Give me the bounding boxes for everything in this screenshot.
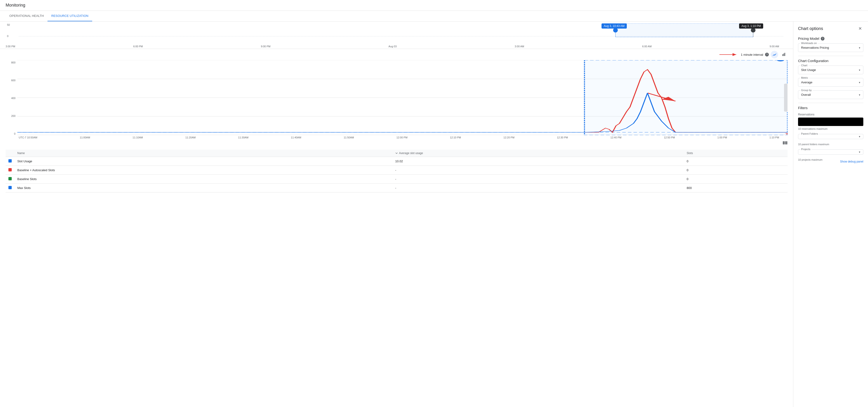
projects-hint: 10 projects maximum <box>798 158 823 161</box>
svg-text:★: ★ <box>784 132 787 135</box>
projects-fieldset: Projects <box>798 149 863 154</box>
row-color-2 <box>6 175 14 183</box>
pricing-model-section-title: Pricing Model ? <box>798 36 863 40</box>
chart-fieldset: Chart Slot Usage <box>798 65 863 74</box>
main-y-axis: 800 600 400 200 0 <box>6 60 17 135</box>
interval-label: 1 minute interval <box>741 53 763 56</box>
sidebar-title: Chart options <box>798 26 823 31</box>
overview-time-axis: 3:00 PM 6:00 PM 9:00 PM Aug 03 3:00 AM 6… <box>0 44 793 49</box>
groupby-fieldset: Group by Overall <box>798 90 863 99</box>
svg-rect-22 <box>784 84 787 112</box>
debug-panel-link[interactable]: Show debug panel <box>840 160 863 163</box>
scroll-icon-bar <box>0 140 793 146</box>
parent-folders-fieldset: Parent Folders <box>798 134 863 139</box>
svg-rect-8 <box>782 54 783 56</box>
row-color-0 <box>6 157 14 166</box>
red-arrow-annotation <box>719 52 738 57</box>
chart-select[interactable]: Slot Usage <box>798 66 863 74</box>
table-row: Baseline + Autoscaled Slots - 0 <box>6 166 787 175</box>
workloads-select[interactable]: Reservations Pricing <box>798 43 863 52</box>
row-color-3 <box>6 183 14 193</box>
parent-folders-select[interactable] <box>798 134 863 139</box>
row-name-3: Max Slots <box>14 183 392 193</box>
metric-select[interactable]: Average <box>798 78 863 86</box>
metric-fieldset: Metric Average <box>798 78 863 87</box>
svg-rect-17 <box>584 60 787 135</box>
scroll-columns-icon <box>782 141 787 145</box>
bar-chart-btn[interactable] <box>780 51 787 58</box>
groupby-select[interactable]: Overall <box>798 91 863 99</box>
row-avg-0: 10.02 <box>392 157 684 166</box>
parent-folders-hint: 10 parent folders maximum <box>798 143 863 146</box>
interval-bar: 1 minute interval ? <box>0 49 793 60</box>
row-name-1: Baseline + Autoscaled Slots <box>14 166 392 175</box>
main-layout: 50 0 Aug 3, 10 <box>0 22 868 407</box>
projects-select[interactable] <box>798 150 863 154</box>
row-avg-3: - <box>392 183 684 193</box>
chart-config-title: Chart Configuration <box>798 59 863 63</box>
main-chart-time-axis: UTC-7 10:50AM 11:00AM 11:10AM 11:20AM 11… <box>19 135 779 140</box>
app-title: Monitoring <box>6 3 25 7</box>
projects-footer: 10 projects maximum Show debug panel <box>798 158 863 165</box>
reservations-hint: 10 reservations maximum <box>798 127 863 130</box>
main-chart-svg: ★ <box>17 60 787 135</box>
overview-y-axis: 50 0 <box>7 23 10 37</box>
svg-rect-23 <box>783 141 784 144</box>
row-slots-3: 800 <box>684 183 787 193</box>
reservations-filter-bar[interactable] <box>798 118 863 126</box>
row-slots-1: 0 <box>684 166 787 175</box>
sort-icon <box>395 152 398 154</box>
workloads-fieldset: Workloads on Reservations Pricing <box>798 43 863 52</box>
sidebar-header: Chart options ✕ <box>798 25 863 32</box>
line-chart-btn[interactable] <box>771 51 778 58</box>
data-table-section: Name Average slot usage Slots <box>6 150 787 193</box>
tooltip-end: Aug 3, 1:10 PM <box>739 23 763 29</box>
col-avg[interactable]: Average slot usage <box>392 150 684 157</box>
col-color <box>6 150 14 157</box>
row-color-1 <box>6 166 14 175</box>
col-name[interactable]: Name <box>14 150 392 157</box>
row-name-0: Slot Usage <box>14 157 392 166</box>
chart-area: 50 0 Aug 3, 10 <box>0 22 793 407</box>
row-avg-2: - <box>392 175 684 183</box>
section-divider-2 <box>798 103 863 103</box>
main-chart-wrapper: 800 600 400 200 0 <box>6 60 787 135</box>
svg-rect-24 <box>784 141 786 144</box>
overview-chart-svg <box>19 23 784 37</box>
svg-rect-25 <box>786 141 787 144</box>
data-table: Name Average slot usage Slots <box>6 150 787 193</box>
svg-rect-10 <box>784 53 785 56</box>
row-slots-0: 0 <box>684 157 787 166</box>
table-row: Baseline Slots - 0 <box>6 175 787 183</box>
tab-operational-health[interactable]: OPERATIONAL HEALTH <box>6 11 48 21</box>
row-name-2: Baseline Slots <box>14 175 392 183</box>
tooltip-start: Aug 3, 10:43 AM <box>601 23 627 29</box>
filters-title: Filters <box>798 106 863 110</box>
col-slots: Slots <box>684 150 787 157</box>
app-header: Monitoring <box>0 0 868 11</box>
close-button[interactable]: ✕ <box>857 25 863 32</box>
table-row: Max Slots - 800 <box>6 183 787 193</box>
svg-rect-9 <box>783 54 784 56</box>
pricing-model-help-icon[interactable]: ? <box>821 37 825 40</box>
table-row: Slot Usage 10.02 0 <box>6 157 787 166</box>
reservations-label: Reservations <box>798 113 863 116</box>
tabs-bar: OPERATIONAL HEALTH RESOURCE UTILIZATION <box>0 11 868 22</box>
row-slots-2: 0 <box>684 175 787 183</box>
overview-section: 50 0 Aug 3, 10 <box>0 22 793 44</box>
sidebar: Chart options ✕ Pricing Model ? Workload… <box>793 22 868 407</box>
interval-help-icon[interactable]: ? <box>765 53 769 56</box>
svg-rect-1 <box>616 23 753 37</box>
row-avg-1: - <box>392 166 684 175</box>
tab-resource-utilization[interactable]: RESOURCE UTILIZATION <box>48 11 92 21</box>
section-divider-1 <box>798 56 863 56</box>
